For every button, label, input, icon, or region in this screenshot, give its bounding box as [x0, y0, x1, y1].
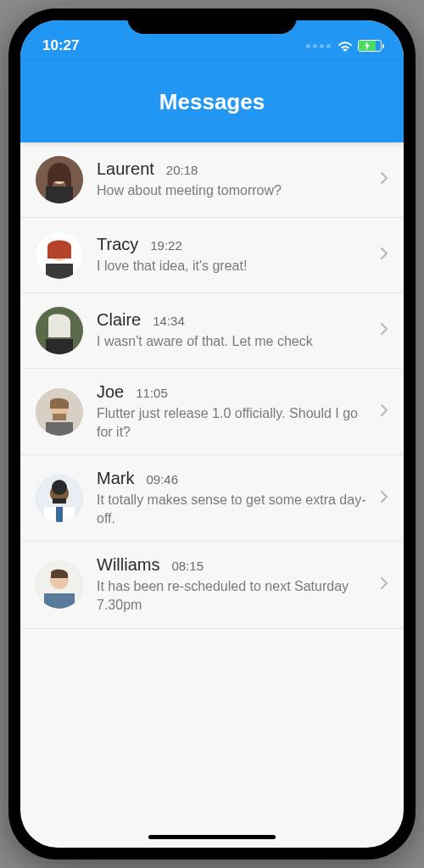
battery-icon	[358, 40, 382, 52]
chevron-right-icon	[380, 171, 388, 188]
conversation-preview: I love that idea, it's great!	[97, 257, 366, 275]
conversation-item-2[interactable]: Claire 14:34 I wasn't aware of that. Let…	[20, 293, 404, 369]
svg-rect-17	[53, 498, 66, 504]
conversation-item-0[interactable]: Laurent 20:18 How about meeting tomorrow…	[20, 142, 404, 218]
chevron-right-icon	[380, 576, 388, 593]
phone-notch	[127, 8, 297, 34]
conversation-time: 11:05	[136, 386, 168, 400]
conversation-name: Joe	[97, 382, 124, 402]
conversation-time: 19:22	[150, 238, 182, 253]
conversation-content: Mark 09:46 It totally makes sense to get…	[97, 469, 366, 527]
cellular-dots-icon	[306, 44, 331, 48]
conversation-time: 14:34	[153, 314, 185, 328]
avatar	[36, 388, 83, 436]
conversation-item-5[interactable]: Williams 08:15 It has been re-scheduled …	[20, 542, 404, 628]
svg-rect-6	[46, 264, 73, 279]
chevron-right-icon	[380, 403, 388, 420]
avatar	[36, 307, 83, 354]
chevron-right-icon	[380, 247, 388, 264]
conversation-preview: It has been re-scheduled to next Saturda…	[97, 577, 366, 614]
avatar	[36, 561, 83, 609]
home-indicator[interactable]	[148, 835, 276, 839]
conversation-name: Tracy	[97, 235, 138, 254]
avatar	[36, 156, 83, 203]
conversation-preview: Flutter just release 1.0 officially. Sho…	[97, 404, 366, 441]
page-title: Messages	[159, 89, 265, 115]
conversation-time: 08:15	[171, 559, 204, 573]
conversation-content: Williams 08:15 It has been re-scheduled …	[97, 555, 366, 614]
svg-rect-19	[56, 507, 63, 522]
chevron-right-icon	[380, 322, 388, 339]
svg-rect-2	[46, 186, 73, 203]
svg-rect-13	[46, 422, 73, 436]
svg-rect-12	[53, 414, 66, 420]
conversation-item-1[interactable]: Tracy 19:22 I love that idea, it's great…	[20, 218, 404, 293]
conversation-list[interactable]: Laurent 20:18 How about meeting tomorrow…	[20, 142, 404, 629]
conversation-name: Laurent	[97, 159, 154, 179]
conversation-content: Tracy 19:22 I love that idea, it's great…	[97, 235, 366, 275]
avatar	[36, 475, 83, 522]
conversation-name: Mark	[97, 469, 134, 488]
conversation-item-3[interactable]: Joe 11:05 Flutter just release 1.0 offic…	[20, 369, 404, 455]
wifi-icon	[338, 41, 353, 52]
conversation-preview: It totally makes sense to get some extra…	[97, 491, 366, 527]
svg-point-16	[52, 480, 67, 495]
status-time: 10:27	[42, 37, 79, 54]
chevron-right-icon	[380, 490, 388, 507]
avatar	[36, 231, 83, 279]
conversation-item-4[interactable]: Mark 09:46 It totally makes sense to get…	[20, 455, 404, 542]
conversation-preview: How about meeting tomorrow?	[97, 181, 366, 200]
conversation-preview: I wasn't aware of that. Let me check	[97, 332, 366, 351]
conversation-name: Claire	[97, 310, 141, 330]
svg-rect-22	[44, 593, 75, 609]
conversation-content: Joe 11:05 Flutter just release 1.0 offic…	[97, 382, 366, 441]
conversation-content: Claire 14:34 I wasn't aware of that. Let…	[97, 310, 366, 351]
app-bar: Messages	[20, 61, 404, 142]
phone-screen: 10:27 Messages Laur	[20, 20, 404, 848]
svg-rect-5	[51, 245, 68, 248]
phone-frame: 10:27 Messages Laur	[8, 8, 416, 860]
conversation-time: 20:18	[166, 163, 198, 177]
status-right	[306, 40, 382, 52]
conversation-content: Laurent 20:18 How about meeting tomorrow…	[97, 159, 366, 200]
conversation-name: Williams	[97, 555, 159, 575]
svg-rect-9	[46, 339, 73, 354]
conversation-time: 09:46	[146, 472, 178, 487]
